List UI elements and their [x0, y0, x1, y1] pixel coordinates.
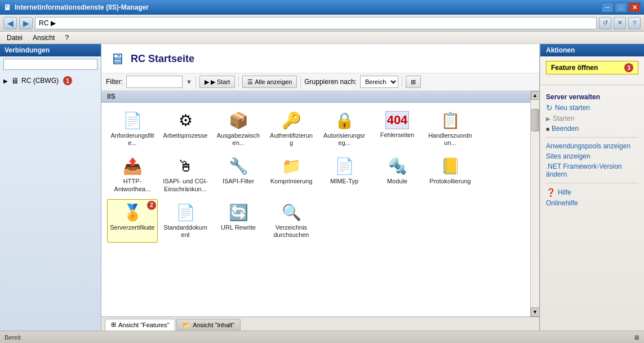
start-link[interactable]: ▶ Starten — [546, 113, 638, 124]
main-layout: Verbindungen ▶ 🖥 RC (CBWG) 1 🖥 RC Starts… — [0, 44, 644, 331]
iis-section-label: IIS — [101, 91, 530, 103]
arbeitsprozesse-label: Arbeitsprozesse — [163, 132, 208, 139]
show-all-button[interactable]: ☰ Alle anzeigen — [242, 76, 297, 88]
feature-open-label: Feature öffnen — [551, 64, 620, 72]
toolbar-sep4 — [402, 76, 402, 87]
start-icon: ▶ — [546, 116, 550, 122]
standarddokument-label: Standarddokument — [163, 224, 208, 239]
autorisierungsreg-icon: 🔒 — [335, 111, 354, 130]
actions-badge-3: 3 — [624, 63, 633, 72]
scroll-up-button[interactable]: ▲ — [531, 91, 540, 100]
sidebar-search-input[interactable] — [3, 59, 97, 70]
menu-help[interactable]: ? — [60, 33, 73, 43]
menu-ansicht[interactable]: Ansicht — [28, 33, 59, 43]
status-right-icon: 🖥 — [633, 334, 639, 341]
feature-komprimierung[interactable]: 📁 Komprimierung — [266, 153, 317, 196]
address-bar: ◀ ▶ RC ▶ ↺ ✕ ? — [0, 15, 644, 32]
filter-input[interactable] — [126, 76, 183, 88]
tree-label-rc: RC (CBWG) — [21, 77, 59, 85]
sidebar-tree: ▶ 🖥 RC (CBWG) 1 — [0, 72, 101, 331]
help-addr-button[interactable]: ? — [628, 17, 641, 29]
pools-link[interactable]: Anwendungspools anzeigen — [546, 141, 638, 151]
protokollierung-icon: 📒 — [441, 157, 460, 175]
serverzertifikate-badge: 2 — [147, 201, 156, 210]
actions-header: Aktionen — [540, 44, 644, 56]
feature-protokollierung[interactable]: 📒 Protokollierung — [425, 153, 476, 196]
tab-content-label: Ansicht "Inhalt" — [193, 322, 234, 328]
refresh-button[interactable]: ↺ — [599, 17, 611, 29]
feature-verzeichnis[interactable]: 🔍 Verzeichnis durchsuchen — [266, 199, 317, 243]
isapi-filter-label: ISAPI-Filter — [223, 178, 254, 185]
feature-serverzertifikate[interactable]: 🏅 Serverzertifikate 2 — [107, 199, 158, 243]
server-section-title: Server verwalten — [546, 91, 638, 102]
content-area: 🖥 RC Startseite Filter: ▼ ▶ ▶ Start ☰ Al… — [101, 44, 540, 331]
tab-features-icon: ⊞ — [111, 321, 116, 328]
feature-mime-typ[interactable]: 📄 MIME-Typ — [319, 153, 370, 196]
feature-anforderungsfilter[interactable]: 📄 Anforderungsfilte... — [107, 107, 158, 151]
content-header-title: RC Startseite — [131, 53, 194, 65]
online-help-link[interactable]: Onlinehilfe — [546, 198, 638, 208]
feature-autorisierungsreg[interactable]: 🔒 Autorisierungsreg... — [319, 107, 370, 151]
back-button[interactable]: ◀ — [3, 17, 17, 29]
tab-content-view[interactable]: 📂 Ansicht "Inhalt" — [176, 319, 241, 331]
view-toggle-button[interactable]: ⊞ — [406, 76, 421, 88]
tree-item-rc[interactable]: ▶ 🖥 RC (CBWG) 1 — [0, 74, 101, 87]
menu-datei[interactable]: Datei — [2, 33, 27, 43]
feature-arbeitsprozesse[interactable]: ⚙ Arbeitsprozesse — [160, 107, 211, 151]
feature-module[interactable]: 🔩 Module — [372, 153, 423, 196]
actions-panel: Aktionen Feature öffnen 3 Server verwalt… — [540, 44, 644, 331]
sites-link[interactable]: Sites anzeigen — [546, 151, 638, 161]
isapi-cgi-icon: 🖱 — [177, 157, 193, 175]
tab-features-view[interactable]: ⊞ Ansicht "Features" — [105, 319, 175, 331]
scrollbar-thumb[interactable] — [531, 109, 539, 131]
verzeichnis-icon: 🔍 — [282, 203, 301, 222]
action-divider-1 — [540, 85, 644, 85]
feature-standarddokument[interactable]: 📄 Standarddokument — [160, 199, 211, 243]
feature-open-button[interactable]: Feature öffnen 3 — [546, 61, 638, 74]
restart-link[interactable]: ↻ Neu starten — [546, 102, 638, 113]
features-grid: 📄 Anforderungsfilte... ⚙ Arbeitsprozesse… — [101, 103, 530, 247]
dotnet-link[interactable]: .NET Framework-Version ändern — [546, 161, 638, 179]
isapi-cgi-label: ISAPI- und CGI-Einschränkun... — [163, 178, 208, 192]
minimize-button[interactable]: ─ — [601, 2, 614, 12]
ausgabezwischen-label: Ausgabezwischen... — [216, 132, 261, 147]
http-antworthea-icon: 📤 — [123, 157, 143, 175]
start-button[interactable]: ▶ ▶ Start — [199, 76, 235, 88]
help-link[interactable]: ❓ Hilfe — [546, 187, 638, 198]
mime-typ-icon: 📄 — [335, 157, 354, 175]
stop-addr-button[interactable]: ✕ — [614, 17, 626, 29]
action-divider-2 — [546, 137, 638, 138]
feature-handlerzuordnun[interactable]: 📋 Handlerszuordnun... — [425, 107, 476, 151]
tree-toggle-icon: ▶ — [3, 78, 9, 84]
group-by-select[interactable]: Bereich — [360, 76, 398, 88]
feature-ausgabezwischen[interactable]: 📦 Ausgabezwischen... — [213, 107, 264, 151]
anforderungsfilter-label: Anforderungsfilte... — [110, 132, 155, 147]
content-header-icon: 🖥 — [109, 50, 125, 68]
mime-typ-label: MIME-Typ — [330, 178, 358, 185]
serverzertifikate-label: Serverzertifikate — [110, 224, 154, 231]
authentifizierung-icon: 🔑 — [282, 111, 301, 130]
app-icon: 🖥 — [3, 3, 11, 12]
address-field[interactable]: RC ▶ — [35, 17, 597, 29]
status-bar: Bereit 🖥 — [0, 331, 644, 343]
feature-http-antworthea[interactable]: 📤 HTTP-Antworthea... — [107, 153, 158, 196]
filter-dropdown-arrow[interactable]: ▼ — [186, 78, 192, 85]
scroll-down-button[interactable]: ▼ — [531, 307, 540, 316]
feature-authentifizierung[interactable]: 🔑 Authentifizierung — [266, 107, 317, 151]
handlerzuordnun-icon: 📋 — [441, 111, 460, 130]
protokollierung-label: Protokollierung — [429, 178, 470, 185]
close-button[interactable]: ✕ — [628, 2, 641, 12]
toolbar-sep3 — [300, 76, 301, 87]
tab-content-icon: 📂 — [183, 322, 190, 329]
toolbar-sep2 — [238, 76, 239, 87]
feature-fehlerseiten[interactable]: 404 Fehlerseiten — [372, 107, 423, 151]
feature-isapi-cgi[interactable]: 🖱 ISAPI- und CGI-Einschränkun... — [160, 153, 211, 196]
forward-button[interactable]: ▶ — [19, 17, 33, 29]
scroll-content[interactable]: IIS 📄 Anforderungsfilte... ⚙ Arbeitsproz… — [101, 91, 530, 316]
feature-url-rewrite[interactable]: 🔄 URL Rewrite — [213, 199, 264, 243]
restore-button[interactable]: □ — [615, 2, 627, 12]
url-rewrite-icon: 🔄 — [229, 203, 248, 222]
feature-isapi-filter[interactable]: 🔧 ISAPI-Filter — [213, 153, 264, 196]
stop-link[interactable]: ■ Beenden — [546, 124, 638, 134]
content-scroll-wrapper: IIS 📄 Anforderungsfilte... ⚙ Arbeitsproz… — [101, 91, 539, 316]
